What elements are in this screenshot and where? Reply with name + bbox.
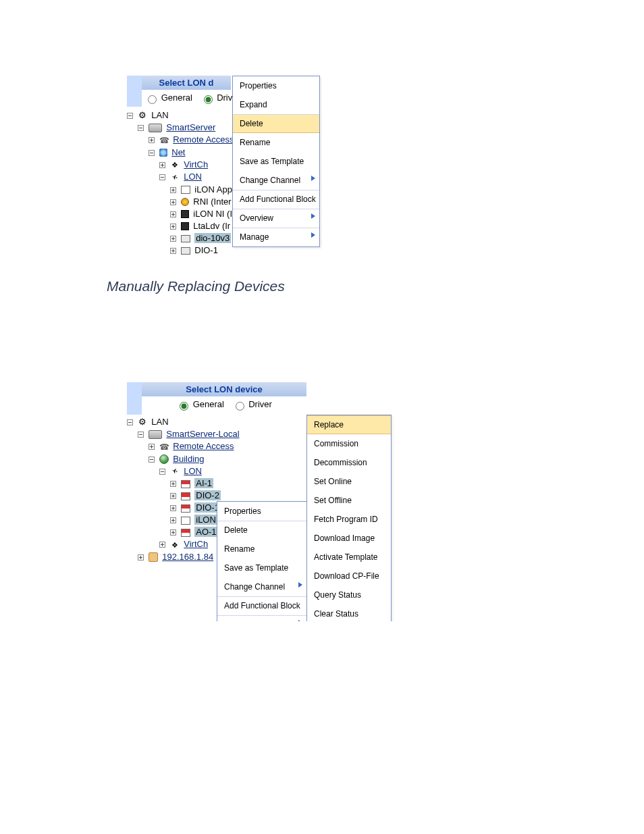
node-ai1[interactable]: AI-1 xyxy=(194,478,213,488)
chip-icon xyxy=(181,222,189,230)
expand-icon[interactable] xyxy=(149,444,155,450)
figure-select-lon-device-2: Select LON device General Driver xyxy=(127,382,391,621)
section-heading: Manually Replacing Devices xyxy=(107,278,644,294)
menu-item-manage[interactable]: Manage xyxy=(233,228,319,246)
radio-row: General Driver xyxy=(142,396,306,415)
collapse-icon[interactable] xyxy=(149,150,155,156)
device-icon xyxy=(181,186,190,194)
collapse-icon[interactable] xyxy=(127,419,133,425)
radio-general[interactable]: General xyxy=(144,93,195,103)
collapse-icon[interactable] xyxy=(159,174,165,180)
menu-item-rename[interactable]: Rename xyxy=(233,133,319,152)
node-virtch[interactable]: VirtCh xyxy=(184,539,208,549)
context-submenu-manage: Replace Commission Decommission Set Onli… xyxy=(306,415,392,621)
menu-item-download-image[interactable]: Download Image xyxy=(307,529,391,548)
node-lan[interactable]: LAN xyxy=(151,417,168,427)
collapse-icon[interactable] xyxy=(138,125,144,131)
expand-icon[interactable] xyxy=(170,248,176,254)
rni-icon xyxy=(181,198,189,206)
menu-item-query-status[interactable]: Query Status xyxy=(307,585,391,604)
node-ltaldv[interactable]: LtaLdv (Ir xyxy=(193,221,230,231)
server-icon xyxy=(149,124,162,132)
device-icon xyxy=(181,492,190,500)
collapse-icon[interactable] xyxy=(159,469,165,475)
sidebar-strip xyxy=(127,382,142,415)
collapse-icon[interactable] xyxy=(127,113,133,119)
phone-icon: ☎ xyxy=(159,134,169,147)
menu-item-change-channel[interactable]: Change Channel xyxy=(217,577,306,596)
figure-select-lon-device-1: Select LON d General Driver xyxy=(127,76,320,257)
menu-item-activate-template[interactable]: Activate Template xyxy=(307,548,391,567)
expand-icon[interactable] xyxy=(170,493,176,499)
device-icon xyxy=(181,504,190,513)
menu-item-decommission[interactable]: Decommission xyxy=(307,453,391,472)
virt-icon: ❖ xyxy=(170,539,180,551)
panel-header: Select LON d xyxy=(142,76,231,90)
node-ao1[interactable]: AO-1 xyxy=(194,527,217,537)
menu-item-properties[interactable]: Properties xyxy=(233,76,319,95)
menu-item-change-channel[interactable]: Change Channel xyxy=(233,171,319,190)
virt-icon: ❖ xyxy=(170,159,180,171)
node-smartserver-local[interactable]: SmartServer-Local xyxy=(166,429,239,439)
collapse-icon[interactable] xyxy=(138,432,144,438)
menu-item-add-functional-block[interactable]: Add Functional Block xyxy=(233,190,319,209)
device-icon xyxy=(181,517,190,525)
node-ilon-app[interactable]: iLON App xyxy=(194,184,232,194)
expand-icon[interactable] xyxy=(170,211,176,217)
node-remote-access[interactable]: Remote Access xyxy=(173,134,234,145)
menu-item-set-offline[interactable]: Set Offline xyxy=(307,491,391,510)
menu-item-rename[interactable]: Rename xyxy=(217,540,306,558)
menu-item-expand[interactable]: Expand xyxy=(233,95,319,114)
menu-item-save-as-template[interactable]: Save as Template xyxy=(233,152,319,171)
menu-item-commission[interactable]: Commission xyxy=(307,434,391,453)
menu-item-properties[interactable]: Properties xyxy=(217,502,306,521)
server-icon xyxy=(149,430,162,439)
menu-item-delete[interactable]: Delete xyxy=(233,114,319,133)
expand-icon[interactable] xyxy=(170,529,176,536)
menu-item-save-as-template[interactable]: Save as Template xyxy=(217,558,306,577)
node-lan[interactable]: LAN xyxy=(151,110,168,120)
menu-item-manage[interactable]: Manage xyxy=(217,615,306,621)
box-icon xyxy=(181,235,190,242)
submenu-arrow-icon xyxy=(298,620,302,621)
expand-icon[interactable] xyxy=(170,199,176,205)
expand-icon[interactable] xyxy=(159,162,165,168)
node-remote-access[interactable]: Remote Access xyxy=(173,441,234,451)
expand-icon[interactable] xyxy=(149,137,155,143)
menu-item-fetch-program-id[interactable]: Fetch Program ID xyxy=(307,510,391,529)
node-smartserver[interactable]: SmartServer xyxy=(166,122,215,132)
node-dio2[interactable]: DIO-2 xyxy=(194,490,221,500)
menu-item-overview[interactable]: Overview xyxy=(233,209,319,228)
expand-icon[interactable] xyxy=(170,505,176,511)
expand-icon[interactable] xyxy=(170,236,176,242)
node-virtch[interactable]: VirtCh xyxy=(184,159,208,170)
node-ilon-ni[interactable]: iLON NI (I xyxy=(193,209,232,219)
sidebar-strip xyxy=(127,76,142,107)
menu-item-clear-status[interactable]: Clear Status xyxy=(307,604,391,621)
device-icon xyxy=(181,480,190,488)
menu-item-set-online[interactable]: Set Online xyxy=(307,472,391,491)
expand-icon[interactable] xyxy=(170,224,176,230)
menu-item-download-cp-file[interactable]: Download CP-File xyxy=(307,567,391,585)
expand-icon[interactable] xyxy=(170,517,176,523)
node-ip[interactable]: 192.168.1.84 xyxy=(162,552,213,562)
chip-icon xyxy=(181,210,189,218)
menu-item-add-functional-block[interactable]: Add Functional Block xyxy=(217,596,306,615)
radio-general[interactable]: General xyxy=(176,399,227,409)
menu-item-replace[interactable]: Replace xyxy=(307,415,391,434)
node-dio10v3[interactable]: dio-10v3 xyxy=(194,233,231,243)
expand-icon[interactable] xyxy=(138,554,144,561)
collapse-icon[interactable] xyxy=(149,457,155,463)
node-rni[interactable]: RNI (Inter xyxy=(193,197,231,207)
expand-icon[interactable] xyxy=(170,187,176,193)
expand-icon[interactable] xyxy=(170,481,176,487)
node-lon[interactable]: LON xyxy=(184,172,202,182)
node-building[interactable]: Building xyxy=(173,454,204,464)
lon-icon: ✈ xyxy=(169,170,181,184)
node-net[interactable]: Net xyxy=(171,147,185,157)
node-lon[interactable]: LON xyxy=(184,466,202,476)
expand-icon[interactable] xyxy=(159,542,165,548)
radio-driver[interactable]: Driver xyxy=(232,399,272,409)
node-dio1[interactable]: DIO-1 xyxy=(194,245,218,255)
menu-item-delete[interactable]: Delete xyxy=(217,521,306,540)
